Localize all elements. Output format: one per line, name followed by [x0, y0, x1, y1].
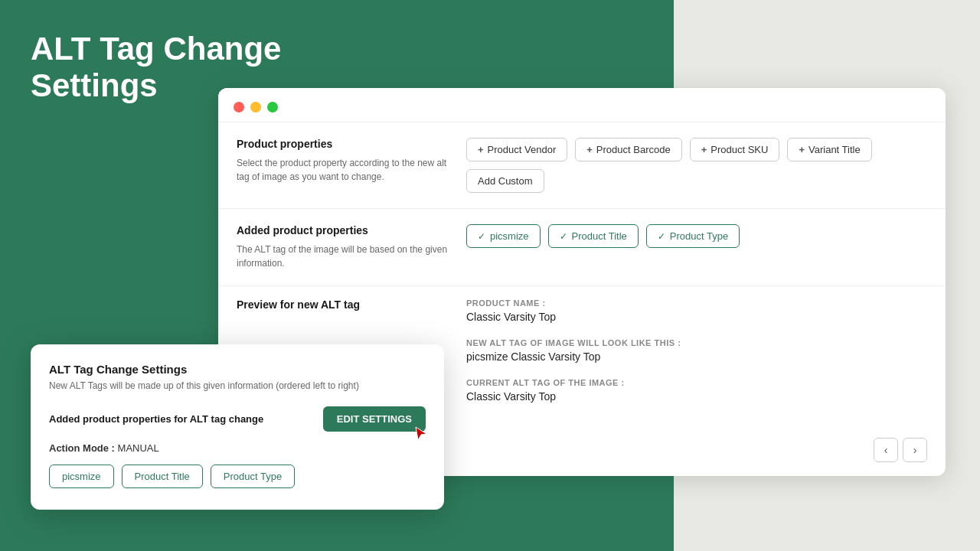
product-properties-section: Product properties Select the product pr…: [218, 122, 946, 208]
overlay-product-title-chip[interactable]: Product Title: [122, 465, 203, 488]
action-mode-value: MANUAL: [118, 442, 159, 454]
added-properties-title: Added product properties: [237, 224, 451, 236]
maximize-button[interactable]: [267, 102, 278, 112]
add-variant-title-button[interactable]: + Variant Title: [787, 138, 871, 161]
prev-page-button[interactable]: ‹: [874, 438, 898, 462]
chevron-left-icon: ‹: [884, 444, 888, 456]
current-alt-value: Classic Varsity Top: [466, 390, 927, 403]
added-product-title-chip[interactable]: ✓ Product Title: [548, 224, 639, 248]
minimize-button[interactable]: [250, 102, 261, 112]
added-properties-section: Added product properties The ALT tag of …: [218, 208, 946, 285]
next-page-button[interactable]: ›: [903, 438, 927, 462]
check-icon: ✓: [658, 231, 665, 242]
check-icon: ✓: [478, 231, 485, 242]
overlay-settings-card: ALT Tag Change Settings New ALT Tags wil…: [31, 344, 444, 510]
edit-settings-button[interactable]: EDIT SETTINGS: [323, 406, 426, 432]
overlay-header-row: Added product properties for ALT tag cha…: [49, 406, 426, 432]
add-product-sku-button[interactable]: + Product SKU: [690, 138, 780, 161]
product-properties-buttons: + Product Vendor + Product Barcode + Pro…: [466, 138, 927, 193]
new-alt-label: NEW ALT TAG OF IMAGE WILL LOOK LIKE THIS…: [466, 338, 927, 347]
new-alt-value: picsmize Classic Varsity Top: [466, 350, 927, 363]
action-mode-label: Action Mode :: [49, 442, 115, 454]
added-properties-desc: The ALT tag of the image will be based o…: [237, 243, 451, 270]
added-properties-chips: ✓ picsmize ✓ Product Title ✓ Product Typ…: [466, 224, 927, 270]
product-name-value: Classic Varsity Top: [466, 311, 927, 323]
close-button[interactable]: [234, 102, 244, 112]
action-mode-row: Action Mode : MANUAL: [49, 442, 426, 454]
added-picsmize-chip[interactable]: ✓ picsmize: [466, 224, 541, 248]
add-product-vendor-button[interactable]: + Product Vendor: [466, 138, 567, 161]
add-product-barcode-button[interactable]: + Product Barcode: [575, 138, 681, 161]
overlay-title: ALT Tag Change Settings: [49, 363, 426, 376]
add-custom-button[interactable]: Add Custom: [466, 169, 544, 193]
chevron-right-icon: ›: [913, 444, 917, 456]
overlay-desc: New ALT Tags will be made up of this giv…: [49, 380, 426, 391]
added-product-type-chip[interactable]: ✓ Product Type: [646, 224, 740, 248]
window-controls: [218, 88, 946, 122]
product-properties-title: Product properties: [237, 138, 451, 150]
overlay-product-type-chip[interactable]: Product Type: [211, 465, 295, 488]
preview-title: Preview for new ALT tag: [237, 298, 466, 311]
product-properties-desc: Select the product property according to…: [237, 156, 451, 184]
overlay-picsmize-chip[interactable]: picsmize: [49, 465, 114, 488]
overlay-row-label: Added product properties for ALT tag cha…: [49, 413, 263, 425]
overlay-chips-row: picsmize Product Title Product Type: [49, 465, 426, 488]
current-alt-label: CURRENT ALT TAG OF THE IMAGE :: [466, 378, 927, 387]
product-name-label: PRODUCT NAME :: [466, 298, 927, 308]
check-icon: ✓: [560, 231, 567, 242]
